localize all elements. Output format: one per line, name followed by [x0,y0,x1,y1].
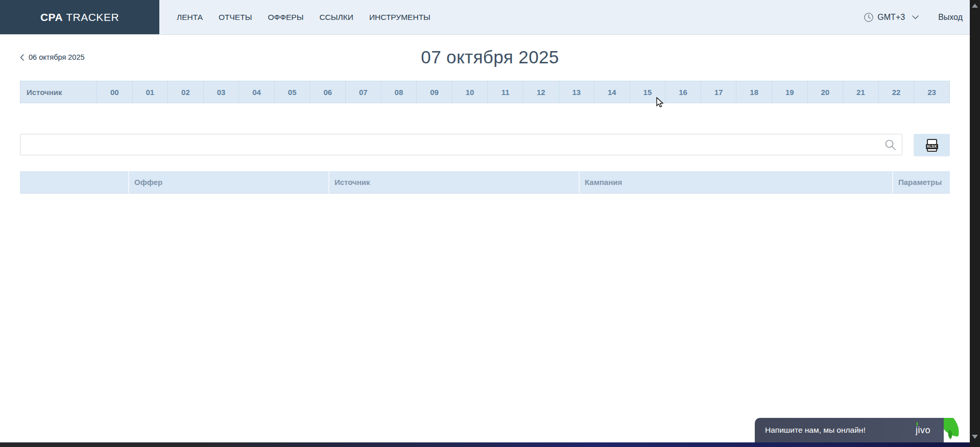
column-header-empty [20,171,128,193]
column-header-source: Источник [328,171,579,193]
hour-cell[interactable]: 11 [488,81,523,103]
search-icon[interactable] [885,139,896,151]
hour-cell[interactable]: 06 [310,81,346,103]
hour-cell[interactable]: 22 [879,81,915,103]
hour-cell[interactable]: 10 [452,81,488,103]
nav-item[interactable]: ОТЧЕТЫ [219,13,252,22]
scroll-down-arrow-icon[interactable] [972,435,978,439]
hour-cell[interactable]: 07 [346,81,381,103]
bottom-window-edge [0,442,980,447]
timezone-label: GMT+3 [877,13,905,22]
chat-button[interactable] [944,418,969,442]
top-bar: CPA TRACKER ЛЕНТАОТЧЕТЫОФФЕРЫССЫЛКИИНСТР… [0,0,980,35]
jivo-leaf-accent-icon [916,421,919,426]
prev-day-label: 06 октября 2025 [29,53,85,61]
hour-cell[interactable]: 17 [701,81,737,103]
hour-cell[interactable]: 04 [239,81,275,103]
results-table-header: Оффер Источник Кампания Параметры [20,171,950,194]
column-header-campaign: Кампания [579,171,892,193]
hour-cell[interactable]: 15 [630,81,666,103]
prev-day-link[interactable]: 06 октября 2025 [20,53,85,61]
hour-cell[interactable]: 12 [523,81,559,103]
date-header: 06 октября 2025 07 октября 2025 [0,35,980,81]
timezone-selector[interactable]: GMT+3 [864,12,919,22]
export-xlsx-button[interactable]: XLSX [914,134,950,156]
nav-item[interactable]: ЛЕНТА [177,13,203,22]
nav-item[interactable]: ИНСТРУМЕНТЫ [369,13,431,22]
hour-cell[interactable]: 01 [133,81,169,103]
chevron-left-icon [20,54,24,61]
main-nav: ЛЕНТАОТЧЕТЫОФФЕРЫССЫЛКИИНСТРУМЕНТЫ [177,0,431,34]
hour-cell[interactable]: 19 [772,81,808,103]
hour-cells: 0001020304050607080910111213141516171819… [97,81,949,103]
nav-item[interactable]: ССЫЛКИ [319,13,353,22]
vertical-scrollbar[interactable] [970,0,980,447]
chat-bar[interactable]: Напишите нам, мы онлайн! jivo [755,418,944,442]
hour-cell[interactable]: 00 [97,81,133,103]
chevron-down-icon [912,15,919,19]
jivo-logo: jivo [916,425,930,436]
nav-item[interactable]: ОФФЕРЫ [268,13,303,22]
hour-cell[interactable]: 08 [381,81,417,103]
search-input[interactable] [20,134,902,155]
clock-icon [864,12,874,22]
scroll-up-arrow-icon[interactable] [972,4,978,8]
page-title: 07 октября 2025 [0,35,980,67]
source-column-header: Источник [20,81,97,103]
xlsx-file-label: XLSX [926,144,938,149]
hour-cell[interactable]: 21 [843,81,879,103]
column-header-params: Параметры [892,171,950,193]
chat-message: Напишите нам, мы онлайн! [765,426,866,435]
hour-cell[interactable]: 16 [665,81,701,103]
column-header-offer: Оффер [128,171,328,193]
chat-widget[interactable]: Напишите нам, мы онлайн! jivo [755,418,969,442]
app-logo[interactable]: CPA TRACKER [0,0,159,34]
hour-cell[interactable]: 03 [204,81,240,103]
hour-cell[interactable]: 05 [275,81,310,103]
top-right-cluster: GMT+3 Выход [864,0,980,34]
search-box [20,134,902,155]
hour-cell[interactable]: 14 [594,81,630,103]
hour-cell[interactable]: 20 [808,81,844,103]
hour-cell[interactable]: 13 [559,81,595,103]
logo-bold-text: CPA [40,11,63,23]
hour-cell[interactable]: 18 [736,81,772,103]
logo-rest-text: TRACKER [66,11,119,23]
hours-header-row: Источник 0001020304050607080910111213141… [20,81,950,103]
xlsx-file-icon: XLSX [927,139,937,152]
jivo-leaf-icon [944,418,962,437]
hour-cell[interactable]: 23 [914,81,949,103]
hour-cell[interactable]: 02 [168,81,204,103]
hour-cell[interactable]: 09 [417,81,452,103]
logout-button[interactable]: Выход [938,13,963,22]
search-row: XLSX [20,134,950,156]
